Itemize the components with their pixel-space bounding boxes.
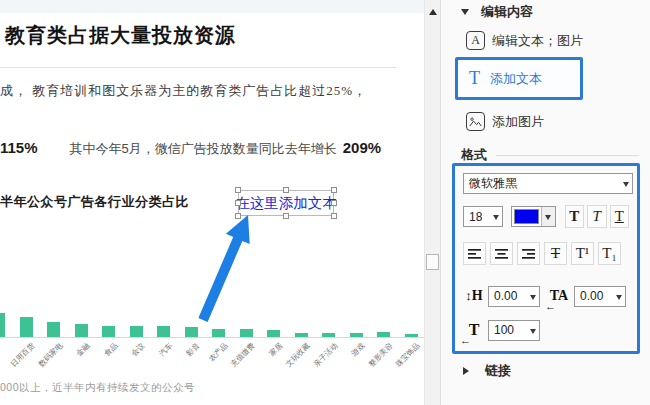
chart-heading: 半年公众号广告各行业分类占比 bbox=[0, 193, 189, 211]
chevron-down-icon[interactable] bbox=[623, 182, 629, 190]
scroll-up-arrow-icon[interactable] bbox=[429, 5, 437, 15]
page-title: 教育类占据大量投放资源 bbox=[5, 22, 236, 49]
chevron-down-icon[interactable] bbox=[493, 215, 499, 223]
vertical-scrollbar[interactable] bbox=[424, 0, 441, 405]
strikethrough-button[interactable]: T bbox=[544, 242, 567, 265]
font-color-picker[interactable] bbox=[511, 206, 556, 227]
bar-chart-bars bbox=[0, 300, 424, 337]
bar bbox=[130, 326, 143, 337]
bar bbox=[20, 317, 33, 337]
menu-item-add-image[interactable]: 添加图片 bbox=[466, 112, 544, 131]
align-center-icon bbox=[495, 248, 509, 260]
subscript-button[interactable]: T₁ bbox=[598, 242, 621, 265]
section-edit-content[interactable]: 编辑内容 bbox=[461, 3, 533, 21]
section-format: 格式 bbox=[461, 146, 639, 164]
chart-footnote: 000以上，近半年内有持续发文的公众号 bbox=[0, 381, 195, 395]
font-family-select[interactable]: 微软雅黑 bbox=[463, 173, 633, 194]
menu-item-add-text-label: 添加文本 bbox=[490, 70, 542, 88]
underline-button[interactable]: T bbox=[610, 205, 630, 228]
bar bbox=[185, 327, 198, 337]
app-window: 教育类占据大量投放资源 成， 教育培训和图文乐器为主的教育类广告占比超过25%，… bbox=[0, 0, 650, 405]
chart-axis-line bbox=[0, 337, 424, 338]
align-right-icon bbox=[522, 248, 536, 260]
collapse-triangle-icon[interactable] bbox=[461, 9, 469, 19]
bar bbox=[157, 326, 170, 337]
chevron-down-icon[interactable] bbox=[530, 329, 536, 337]
bar bbox=[0, 313, 5, 337]
image-icon bbox=[466, 112, 485, 131]
text-t-icon: T bbox=[469, 68, 480, 89]
italic-button[interactable]: T bbox=[587, 205, 607, 228]
bar-chart-labels: 日用百货数码家电金融食品会议汽车影音农产品充值缴费家居文玩收藏亲子活动游戏整形美… bbox=[0, 341, 424, 383]
resize-handle-s[interactable] bbox=[283, 213, 289, 219]
resize-handle-w[interactable] bbox=[235, 200, 241, 206]
stat-text: 其中今年5月，微信广告投放数量同比去年增长 bbox=[70, 141, 337, 156]
menu-item-edit-text-image-label: 编辑文本；图片 bbox=[492, 32, 583, 50]
font-size-select[interactable]: 18 bbox=[463, 206, 503, 227]
chevron-down-icon[interactable] bbox=[616, 295, 622, 303]
resize-handle-nw[interactable] bbox=[235, 187, 241, 193]
align-left-icon bbox=[468, 248, 482, 260]
superscript-button[interactable]: T¹ bbox=[571, 242, 594, 265]
body-paragraph: 成， 教育培训和图文乐器为主的教育类广告占比超过25%， bbox=[0, 82, 410, 100]
format-toolbox: 微软雅黑 18 T T T bbox=[452, 163, 640, 354]
menu-item-add-text[interactable]: T 添加文本 bbox=[455, 57, 583, 100]
resize-handle-e[interactable] bbox=[331, 200, 337, 206]
scrollbar-thumb[interactable] bbox=[426, 254, 439, 270]
color-dropdown-button[interactable] bbox=[541, 207, 555, 226]
kerning-select[interactable]: 0.00 bbox=[574, 286, 626, 307]
resize-handle-n[interactable] bbox=[283, 187, 289, 193]
kerning-value: 0.00 bbox=[580, 289, 603, 303]
section-links[interactable]: 链接 bbox=[461, 362, 511, 380]
format-divider bbox=[496, 155, 639, 156]
horizontal-scale-select[interactable]: 100 bbox=[488, 320, 540, 341]
document-canvas[interactable]: 教育类占据大量投放资源 成， 教育培训和图文乐器为主的教育类广告占比超过25%，… bbox=[0, 0, 424, 405]
document-top-strip bbox=[0, 0, 424, 13]
stats-line: 115%其中今年5月，微信广告投放数量同比去年增长209% bbox=[0, 139, 381, 158]
stat-209: 209% bbox=[343, 139, 381, 156]
menu-item-edit-text-image[interactable]: A 编辑文本；图片 bbox=[466, 31, 583, 50]
align-left-button[interactable] bbox=[463, 242, 486, 265]
menu-item-add-image-label: 添加图片 bbox=[492, 113, 544, 131]
font-family-value: 微软雅黑 bbox=[469, 175, 517, 192]
expand-triangle-icon[interactable] bbox=[463, 367, 473, 375]
char-spacing-select[interactable]: 0.00 bbox=[488, 286, 540, 307]
bar bbox=[240, 329, 253, 337]
section-links-label: 链接 bbox=[485, 362, 511, 380]
bar bbox=[102, 326, 115, 338]
chevron-down-icon bbox=[545, 215, 551, 223]
edit-sidebar: 编辑内容 A 编辑文本；图片 T 添加文本 添加图片 格式 微软 bbox=[441, 0, 650, 405]
align-center-button[interactable] bbox=[490, 242, 513, 265]
section-edit-content-label: 编辑内容 bbox=[481, 3, 533, 21]
bar bbox=[75, 324, 88, 337]
font-size-value: 18 bbox=[469, 210, 482, 224]
chevron-down-icon[interactable] bbox=[530, 295, 536, 303]
align-right-button[interactable] bbox=[517, 242, 540, 265]
resize-handle-se[interactable] bbox=[331, 213, 337, 219]
stat-115: 115% bbox=[0, 139, 38, 156]
kerning-icon: TA ← bbox=[548, 285, 570, 307]
resize-handle-ne[interactable] bbox=[331, 187, 337, 193]
char-spacing-value: 0.00 bbox=[494, 289, 517, 303]
bar bbox=[47, 322, 60, 337]
bar bbox=[267, 330, 280, 337]
color-swatch[interactable] bbox=[514, 209, 539, 224]
char-spacing-icon: ↕H bbox=[463, 285, 485, 307]
horizontal-scale-icon: T ← bbox=[463, 319, 485, 341]
bar bbox=[212, 329, 225, 338]
section-format-label: 格式 bbox=[461, 146, 487, 164]
a-document-icon: A bbox=[466, 31, 485, 50]
title-divider bbox=[0, 67, 396, 68]
horizontal-scale-value: 100 bbox=[494, 323, 514, 337]
bold-button[interactable]: T bbox=[565, 205, 585, 228]
